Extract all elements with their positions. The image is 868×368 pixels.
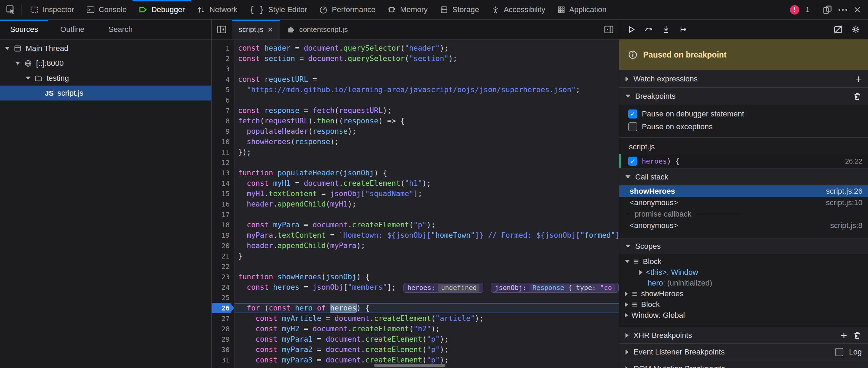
code-line[interactable]: fetch(requestURL).then((response) => { xyxy=(235,116,619,126)
code-line[interactable]: function showHeroes(jsonObj) { xyxy=(235,272,619,282)
tab-accessibility[interactable]: Accessibility xyxy=(485,0,551,19)
line-number[interactable]: 2 xyxy=(212,53,234,64)
line-number[interactable]: 3 xyxy=(212,64,234,74)
code-line[interactable] xyxy=(235,157,619,168)
tab-console[interactable]: Console xyxy=(80,0,133,19)
scope-row[interactable]: Block xyxy=(619,256,868,267)
code-line[interactable]: for (const hero of heroes) { xyxy=(235,303,619,313)
line-number[interactable]: 25 xyxy=(212,292,234,303)
checkbox[interactable] xyxy=(628,122,637,131)
code-editor[interactable]: 1234567891011121314151617181920212223242… xyxy=(212,40,619,368)
tree-item-testing[interactable]: testing xyxy=(0,71,211,86)
line-number[interactable]: 5 xyxy=(212,85,234,95)
line-number[interactable]: 28 xyxy=(212,324,234,334)
breakpoint-option[interactable]: Pause on exceptions xyxy=(619,120,868,133)
log-checkbox[interactable] xyxy=(835,348,843,356)
line-number[interactable]: 18 xyxy=(212,220,234,230)
meatball-menu-icon[interactable] xyxy=(839,9,847,11)
chevron-right-icon[interactable] xyxy=(625,291,628,296)
editor-code[interactable]: const header = document.querySelector("h… xyxy=(235,40,619,368)
inline-preview-pill[interactable]: jsonObj:Response { type: "co xyxy=(491,283,618,293)
line-number[interactable]: 14 xyxy=(212,178,234,189)
chevron-down-icon[interactable] xyxy=(26,77,31,80)
tab-application[interactable]: Application xyxy=(551,0,613,19)
line-number[interactable]: 6 xyxy=(212,95,234,105)
remove-breakpoints-trash-icon[interactable] xyxy=(853,92,862,101)
scope-row[interactable]: Window: Global xyxy=(619,310,868,321)
tree-item-script-js[interactable]: JSscript.js xyxy=(0,86,211,100)
resume-button[interactable] xyxy=(623,20,640,39)
line-number[interactable]: 29 xyxy=(212,334,234,344)
chevron-down-icon[interactable] xyxy=(15,62,20,65)
tab-debugger[interactable]: Debugger xyxy=(133,0,191,19)
line-number[interactable]: 22 xyxy=(212,261,234,272)
editor-tab-contentscript-js[interactable]: contentscript.js xyxy=(280,20,355,39)
line-number[interactable]: 4 xyxy=(212,74,234,85)
call-stack-frame[interactable]: <anonymous>script.js:8 xyxy=(619,220,868,231)
tab-memory[interactable]: Memory xyxy=(381,0,433,19)
line-number[interactable]: 19 xyxy=(212,230,234,240)
breakpoint-entry[interactable]: ✓heroes) {26:22 xyxy=(619,154,868,168)
chevron-down-icon[interactable] xyxy=(5,47,10,50)
tab-sources[interactable]: Sources xyxy=(0,20,48,39)
remove-xhr-breakpoints-trash-icon[interactable] xyxy=(853,331,862,340)
code-line[interactable]: const myArticle = document.createElement… xyxy=(235,313,619,324)
code-line[interactable]: populateHeader(response); xyxy=(235,126,619,137)
code-line[interactable]: showHeroes(response); xyxy=(235,137,619,147)
code-line[interactable]: function populateHeader(jsonObj) { xyxy=(235,168,619,178)
chevron-right-icon[interactable] xyxy=(625,302,628,307)
scope-row[interactable]: hero: (uninitialized) xyxy=(619,278,868,288)
tab-search[interactable]: Search xyxy=(96,20,145,39)
code-line[interactable]: "https://mdn.github.io/learning-area/jav… xyxy=(235,85,619,95)
step-over-button[interactable] xyxy=(640,20,657,39)
code-line[interactable]: const response = fetch(requestURL); xyxy=(235,105,619,116)
code-line[interactable]: const requestURL = xyxy=(235,74,619,85)
line-number[interactable]: 9 xyxy=(212,126,234,137)
tab-network[interactable]: Network xyxy=(191,0,244,19)
code-line[interactable]: myH1.textContent = jsonObj["squadName"]; xyxy=(235,189,619,199)
tab-performance[interactable]: Performance xyxy=(313,0,381,19)
line-number[interactable]: 23 xyxy=(212,272,234,282)
code-line[interactable]: const myPara1 = document.createElement("… xyxy=(235,334,619,344)
tab-style-editor[interactable]: { }Style Editor xyxy=(244,0,313,19)
code-line[interactable] xyxy=(235,261,619,272)
dom-mutation-breakpoints-header[interactable]: DOM Mutation Breakpoints xyxy=(619,360,868,368)
settings-gear-icon[interactable] xyxy=(847,20,865,39)
add-xhr-breakpoint-button[interactable]: + xyxy=(841,330,847,341)
event-listener-breakpoints-header[interactable]: Event Listener Breakpoints Log xyxy=(619,343,868,360)
line-number[interactable]: 30 xyxy=(212,344,234,355)
code-line[interactable]: const header = document.querySelector("h… xyxy=(235,43,619,53)
pick-element-button[interactable] xyxy=(0,0,22,19)
horizontal-scrollbar-thumb[interactable] xyxy=(374,364,445,367)
code-line[interactable]: const myPara = document.createElement("p… xyxy=(235,220,619,230)
breakpoints-header[interactable]: Breakpoints xyxy=(619,87,868,105)
scope-row[interactable]: <this>: Window xyxy=(619,267,868,278)
tab-outline[interactable]: Outline xyxy=(48,20,96,39)
line-number[interactable]: 17 xyxy=(212,209,234,220)
code-line[interactable]: const section = document.querySelector("… xyxy=(235,53,619,64)
collapse-sources-panel-button[interactable] xyxy=(212,20,232,39)
call-stack-header[interactable]: Call stack xyxy=(619,168,868,185)
line-number[interactable]: 11 xyxy=(212,147,234,157)
line-number[interactable]: 8 xyxy=(212,116,234,126)
checkbox[interactable]: ✓ xyxy=(628,109,637,119)
watch-expressions-header[interactable]: Watch expressions + xyxy=(619,70,868,87)
code-line[interactable] xyxy=(235,292,619,303)
code-line[interactable] xyxy=(235,209,619,220)
line-number[interactable]: 27 xyxy=(212,313,234,324)
call-stack-frame[interactable]: showHeroesscript.js:26 xyxy=(619,185,868,197)
editor-tab-script-js[interactable]: script.js× xyxy=(232,20,280,39)
line-number[interactable]: 10 xyxy=(212,137,234,147)
error-badge-icon[interactable]: ! xyxy=(790,5,799,15)
step-out-button[interactable] xyxy=(675,20,692,39)
code-line[interactable]: const myH1 = document.createElement("h1"… xyxy=(235,178,619,189)
line-number[interactable]: 31 xyxy=(212,355,234,365)
tab-inspector[interactable]: Inspector xyxy=(24,0,80,19)
call-stack-frame[interactable]: <anonymous>script.js:10 xyxy=(619,197,868,208)
code-line[interactable]: const myH2 = document.createElement("h2"… xyxy=(235,324,619,334)
line-number[interactable]: 13 xyxy=(212,168,234,178)
checkbox[interactable]: ✓ xyxy=(628,157,637,166)
line-number[interactable]: 15 xyxy=(212,189,234,199)
line-number[interactable]: 12 xyxy=(212,157,234,168)
add-watch-expression-button[interactable]: + xyxy=(855,73,862,85)
